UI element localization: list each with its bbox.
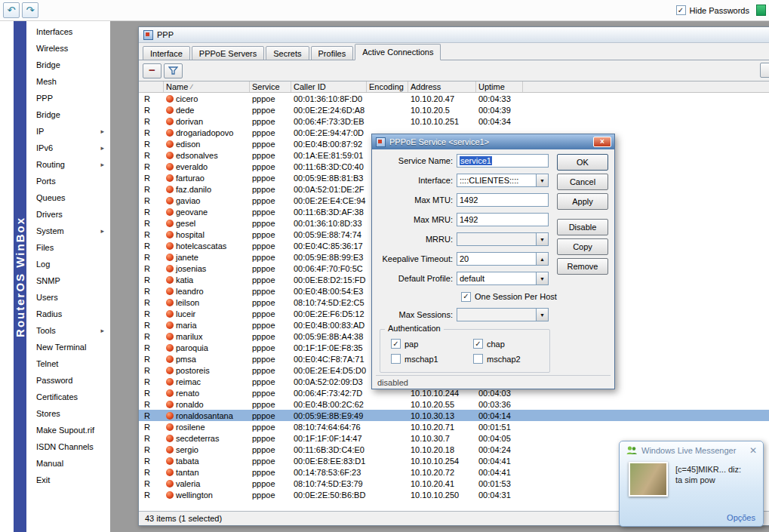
tab[interactable]: Profiles <box>311 46 354 60</box>
sidebar-item[interactable]: Drivers ▸ <box>26 206 110 223</box>
dialog-titlebar[interactable]: PPPoE Service <service1> × <box>372 134 614 149</box>
auth-option-checkbox[interactable] <box>473 354 483 364</box>
chevron-down-icon[interactable]: ▼ <box>536 272 548 284</box>
auth-option-checkbox[interactable] <box>391 339 401 349</box>
row-name-cell: gesel <box>164 219 250 228</box>
connection-row[interactable]: R dorivan pppoe 00:06:4F:73:3D:EB 10.10.… <box>139 115 769 127</box>
default-profile-value: default <box>460 274 484 283</box>
header-cell-service[interactable]: Service <box>250 81 291 92</box>
mrru-field[interactable]: ▼ <box>457 232 549 246</box>
close-icon[interactable]: ✕ <box>749 445 757 456</box>
header-cell-uptime[interactable]: Uptime <box>476 81 523 92</box>
tab[interactable]: PPPoE Servers <box>192 46 264 60</box>
copy-button[interactable]: Copy <box>557 238 608 255</box>
service-name-field[interactable]: service1 <box>457 154 549 168</box>
sidebar-item[interactable]: Log ▸ <box>26 256 110 272</box>
sidebar-item[interactable]: Queues ▸ <box>26 189 110 206</box>
sidebar-item[interactable]: Files ▸ <box>26 239 110 256</box>
sidebar-item[interactable]: Users ▸ <box>26 289 110 306</box>
sidebar-item[interactable]: SNMP ▸ <box>26 272 110 289</box>
pppoe-connection-icon <box>166 106 174 114</box>
sidebar-item[interactable]: Stores ▸ <box>26 405 110 422</box>
sidebar-item[interactable]: Certificates ▸ <box>26 389 110 405</box>
sidebar-item[interactable]: IPv6 ▸ <box>26 140 110 156</box>
one-session-checkbox[interactable] <box>461 292 471 302</box>
sidebar-item[interactable]: New Terminal ▸ <box>26 339 110 355</box>
row-service: pppoe <box>250 423 291 432</box>
filter-button[interactable] <box>164 63 183 78</box>
max-mru-field[interactable]: 1492 <box>457 213 549 226</box>
sidebar-item[interactable]: Bridge ▸ <box>26 106 110 123</box>
connection-row[interactable]: R rosilene pppoe 08:10:74:64:64:76 10.10… <box>139 421 769 432</box>
chevron-down-icon[interactable]: ▼ <box>536 174 548 186</box>
remove-button[interactable]: Remove <box>557 258 608 275</box>
disable-button[interactable]: Disable <box>557 219 608 235</box>
sidebar-item-label: Certificates <box>36 392 78 401</box>
sidebar-item[interactable]: Routing ▸ <box>26 156 110 173</box>
sidebar-item[interactable]: System ▸ <box>26 223 110 239</box>
sidebar-item[interactable]: Wireless ▸ <box>26 40 110 57</box>
sidebar-item[interactable]: Bridge ▸ <box>26 57 110 73</box>
redo-button[interactable]: ↷ <box>22 2 38 18</box>
row-name-cell: secdeterras <box>164 434 250 443</box>
sidebar-item[interactable]: Manual ▸ <box>26 455 110 472</box>
spinner-up-icon[interactable]: ▲ <box>536 253 548 265</box>
messenger-options-link[interactable]: Opções <box>727 513 755 522</box>
sidebar-item-label: Telnet <box>36 359 58 368</box>
max-sessions-field[interactable]: ▼ <box>457 308 549 321</box>
messenger-message[interactable]: [c=45]MIKR... diz: ta sim pow <box>675 462 741 485</box>
sidebar-item[interactable]: Ports ▸ <box>26 173 110 189</box>
remove-connection-button[interactable]: − <box>143 63 161 78</box>
header-cell-name[interactable]: Name ∕ <box>164 81 250 92</box>
sidebar-item[interactable]: Telnet ▸ <box>26 355 110 372</box>
row-service: pppoe <box>250 264 291 273</box>
sidebar-item[interactable]: IP ▸ <box>26 123 110 140</box>
connection-row[interactable]: R dede pppoe 00:0E:2E:24:6D:A8 10.10.20.… <box>139 104 769 115</box>
sidebar-item-label: Manual <box>36 459 63 468</box>
header-cell-encoding[interactable]: Encoding <box>367 81 408 92</box>
sidebar-item[interactable]: Exit ▸ <box>26 472 110 488</box>
chevron-down-icon[interactable]: ▼ <box>536 233 548 245</box>
undo-button[interactable]: ↶ <box>3 2 20 18</box>
connection-row[interactable]: R ronaldo pppoe 00:E0:4B:00:2C:62 10.10.… <box>139 398 769 410</box>
interface-field[interactable]: ::::CLIENTES:::: ▼ <box>457 174 549 187</box>
apply-button[interactable]: Apply <box>557 193 608 210</box>
close-icon[interactable]: × <box>593 137 611 147</box>
ok-button[interactable]: OK <box>557 154 608 171</box>
default-profile-field[interactable]: default ▼ <box>457 272 549 285</box>
sidebar-item[interactable]: PPP ▸ <box>26 90 110 106</box>
auth-option-checkbox[interactable] <box>391 354 401 364</box>
max-mtu-field[interactable]: 1492 <box>457 193 549 207</box>
keepalive-timeout-field[interactable]: 20 ▲ <box>457 252 549 266</box>
row-flag: R <box>139 253 164 262</box>
hide-passwords-checkbox[interactable] <box>676 5 686 15</box>
auth-option-checkbox[interactable] <box>473 339 483 349</box>
connection-row[interactable]: R cicero pppoe 00:01:36:10:8F:D0 10.10.2… <box>139 93 769 104</box>
sidebar-item[interactable]: Radius ▸ <box>26 306 110 322</box>
messenger-message-line1: [c=45]MIKR... diz: <box>675 464 741 475</box>
chevron-down-icon[interactable]: ▼ <box>536 309 548 321</box>
ppp-window-titlebar[interactable]: PPP <box>139 27 769 43</box>
row-service: pppoe <box>250 309 291 318</box>
row-name: josenias <box>176 264 206 273</box>
sidebar-item[interactable]: Make Supout.rif ▸ <box>26 422 110 438</box>
header-cell-caller-id[interactable]: Caller ID <box>291 81 367 92</box>
pppoe-connection-icon <box>166 333 174 340</box>
sidebar-item[interactable]: Tools ▸ <box>26 322 110 339</box>
sidebar-item[interactable]: Interfaces ▸ <box>26 23 110 40</box>
sidebar-item-label: Bridge <box>36 60 60 69</box>
connection-row[interactable]: R ronaldosantana pppoe 00:05:9E:8B:E9:49… <box>139 410 769 421</box>
row-caller-id: 00:01:36:10:8F:D0 <box>291 94 367 103</box>
tab[interactable]: Secrets <box>266 46 309 60</box>
find-button[interactable]: Find <box>760 63 769 78</box>
tab-label: Profiles <box>318 49 346 58</box>
header-cell-flags[interactable] <box>139 81 164 92</box>
sidebar-item[interactable]: Password ▸ <box>26 372 110 389</box>
tab[interactable]: Interface <box>143 46 190 60</box>
cancel-button[interactable]: Cancel <box>557 174 608 190</box>
sidebar-item[interactable]: ISDN Channels ▸ <box>26 438 110 455</box>
tab[interactable]: Active Connections <box>355 44 441 60</box>
row-uptime: 00:01:51 <box>476 423 523 432</box>
sidebar-item[interactable]: Mesh ▸ <box>26 73 110 90</box>
header-cell-address[interactable]: Address <box>408 81 476 92</box>
